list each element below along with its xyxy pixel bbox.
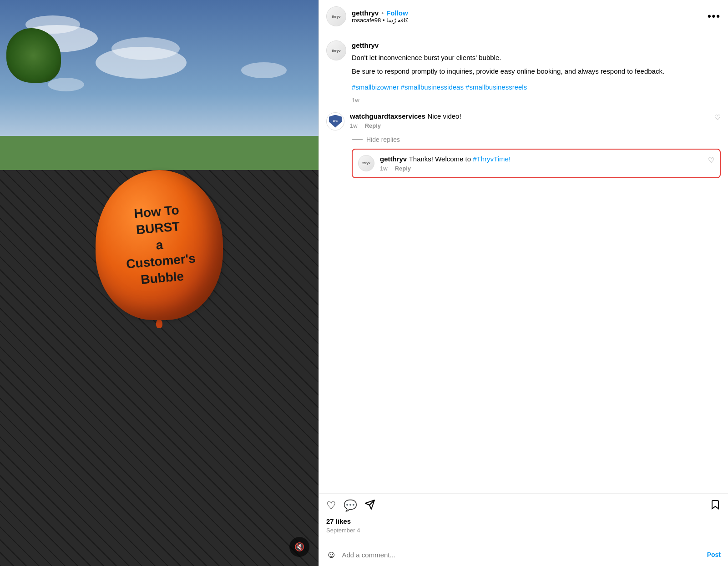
caption-avatar-label: thryv [332,49,341,53]
caption-hashtags[interactable]: #smallbizowner #smallbusinessideas #smal… [352,82,721,93]
comment-like-icon[interactable]: ♡ [714,113,721,122]
balloon: How ToBURSTaCustomer'sBubble [96,170,223,328]
commenter-username[interactable]: watchguardtaxservices [350,112,425,120]
caption-content: getthryv Don't let inconvenience burst y… [352,40,721,105]
mute-button[interactable]: 🔇 [289,537,309,557]
likes-count: 27 likes [326,517,721,525]
reply-hashtag[interactable]: #ThryvTime! [473,155,511,163]
mute-icon: 🔇 [294,542,304,552]
reply-text-body: Thanks! Welcome to [409,155,473,163]
comment-time: 1w [350,122,358,129]
avatar-label: thryv [332,15,341,19]
share-icon[interactable] [364,499,375,513]
comments-area[interactable]: thryv getthryv Don't let inconvenience b… [319,33,728,493]
username-row: getthryv • Follow [352,9,408,17]
poster-username[interactable]: getthryv [352,9,379,17]
caption-avatar[interactable]: thryv [326,40,346,60]
header-user-info: thryv getthryv • Follow rosacafe98 • کاف… [326,6,408,26]
highlighted-reply: thryv getthryv Thanks! Welcome to #Thryv… [352,149,721,178]
poster-avatar[interactable]: thryv [326,6,346,26]
post-image: How ToBURSTaCustomer'sBubble 🔇 [0,0,318,566]
emoji-button[interactable]: ☺ [326,549,336,561]
comment-icon[interactable]: 💬 [344,499,357,513]
caption-line2: Be sure to respond promptly to inquiries… [352,66,721,77]
tree-decoration [6,28,61,119]
more-options-button[interactable]: ••• [708,10,721,22]
post-comment-button[interactable]: Post [707,551,721,558]
save-icon[interactable] [710,499,721,513]
caption-timestamp: 1w [352,96,721,105]
dot-separator: • [381,10,384,17]
comment-row: WG watchguardtaxservices Nice video! 1w … [326,112,721,130]
reply-like-icon[interactable]: ♡ [708,156,714,165]
action-icons-row: ♡ 💬 [326,499,721,513]
action-icons-left: ♡ 💬 [326,499,375,513]
comment-input[interactable] [342,551,701,559]
reply-username[interactable]: getthryv [380,155,407,163]
add-comment-row: ☺ Post [319,543,728,566]
action-bar: ♡ 💬 27 likes September 4 [319,493,728,543]
hide-replies-line [352,139,363,140]
hide-replies-label[interactable]: Hide replies [366,136,400,143]
reply-content: getthryv Thanks! Welcome to #ThryvTime! … [380,155,703,172]
caption-line1: Don't let inconvenience burst your clien… [352,53,721,63]
hide-replies-toggle[interactable]: Hide replies [352,136,721,143]
caption-username[interactable]: getthryv [352,41,379,49]
follow-button[interactable]: Follow [386,9,408,17]
comment-meta: 1w Reply [350,122,709,129]
post-details-panel: thryv getthryv • Follow rosacafe98 • کاف… [318,0,728,566]
reply-button[interactable]: Reply [365,122,381,129]
post-date: September 4 [326,527,721,534]
poster-info: getthryv • Follow rosacafe98 • کافه رُسا [352,9,408,24]
balloon-text: How ToBURSTaCustomer'sBubble [121,200,197,289]
reply-meta: 1w Reply [380,165,703,172]
post-header: thryv getthryv • Follow rosacafe98 • کاف… [319,0,728,33]
reply-avatar[interactable]: thryv [358,155,374,171]
poster-subtext: rosacafe98 • کافه رُسا [352,17,408,24]
commenter-avatar[interactable]: WG [326,112,344,130]
reply-avatar-label: thryv [362,161,370,165]
post-caption: thryv getthryv Don't let inconvenience b… [326,40,721,105]
comment-content: watchguardtaxservices Nice video! 1w Rep… [350,112,709,129]
reply-time: 1w [380,165,388,172]
comment-text: Nice video! [427,112,461,120]
like-icon[interactable]: ♡ [326,499,336,513]
reply-reply-button[interactable]: Reply [395,165,411,172]
